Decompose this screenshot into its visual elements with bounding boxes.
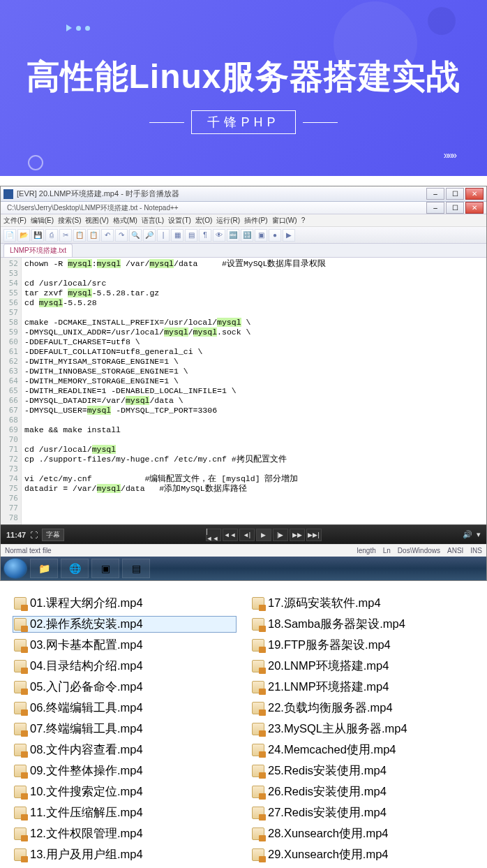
inner-close-button[interactable]: ✕ — [465, 202, 484, 214]
fullscreen-icon[interactable]: ⛶ — [30, 531, 38, 539]
menu-item[interactable]: 插件(P) — [244, 216, 267, 226]
decor-dots — [66, 24, 90, 31]
inner-minimize-button[interactable]: – — [426, 202, 444, 214]
volume-icon[interactable]: 🔊 — [463, 530, 472, 539]
task-browser-icon[interactable]: 🌐 — [61, 559, 89, 578]
forward-button[interactable]: ▶▶ — [290, 529, 305, 541]
course-banner: 高性能Linux服务器搭建实战 千锋PHP »»» — [0, 0, 487, 176]
maximize-button[interactable]: ☐ — [446, 188, 464, 200]
play-button[interactable]: ▶ — [256, 529, 271, 541]
next-track-button[interactable]: ▶▶| — [306, 529, 322, 541]
toolbar-button[interactable]: ¶ — [199, 229, 211, 242]
menu-item[interactable]: 文件(F) — [3, 216, 27, 226]
file-item[interactable]: 17.源码安装软件.mp4 — [250, 595, 474, 612]
toolbar-button[interactable]: ▶ — [283, 229, 295, 242]
toolbar-button[interactable]: 👁 — [213, 229, 225, 242]
menu-item[interactable]: 搜索(S) — [58, 216, 81, 226]
file-item[interactable]: 07.终端编辑工具.mp4 — [13, 721, 237, 737]
task-app2-icon[interactable]: ▤ — [122, 559, 150, 578]
inner-window-title: C:\Users\Jerry\Desktop\LNMP环境搭建.txt - No… — [7, 203, 423, 213]
file-item[interactable]: 06.终端编辑工具.mp4 — [13, 700, 237, 716]
menu-item[interactable]: 窗口(W) — [272, 216, 297, 226]
file-item[interactable]: 05.入门必备命令.mp4 — [13, 679, 237, 696]
file-label: 13.用户及用户组.mp4 — [30, 847, 143, 862]
file-item[interactable]: 09.文件整体操作.mp4 — [13, 763, 237, 779]
menu-item[interactable]: 设置(T) — [168, 216, 191, 226]
video-file-icon — [14, 827, 27, 840]
toolbar-button[interactable]: 🔡 — [241, 229, 253, 242]
app-icon — [3, 189, 13, 199]
file-item[interactable]: 11.文件压缩解压.mp4 — [13, 804, 237, 821]
menu-item[interactable]: 宏(O) — [195, 216, 212, 226]
file-item[interactable]: 22.负载均衡服务器.mp4 — [250, 700, 474, 716]
step-fwd-button[interactable]: |▶ — [273, 529, 288, 541]
file-item[interactable]: 04.目录结构介绍.mp4 — [13, 658, 237, 675]
prev-track-button[interactable]: |◄◄ — [206, 529, 221, 541]
toolbar-button[interactable]: ↷ — [115, 229, 128, 242]
inner-titlebar[interactable]: C:\Users\Jerry\Desktop\LNMP环境搭建.txt - No… — [1, 202, 486, 214]
file-item[interactable]: 24.Memcached使用.mp4 — [250, 742, 474, 758]
video-file-icon — [14, 807, 27, 819]
file-item[interactable]: 27.Redis安装使用.mp4 — [250, 804, 474, 821]
toolbar-button[interactable]: 📋 — [87, 229, 100, 242]
toolbar-button[interactable]: ▤ — [185, 229, 197, 242]
outer-window-title: [EVR] 20.LNMP环境搭建.mp4 - 时手影音播放器 — [17, 189, 423, 199]
inner-maximize-button[interactable]: ☐ — [446, 202, 464, 214]
toolbar-button[interactable]: ✂ — [59, 229, 72, 242]
file-item[interactable]: 12.文件权限管理.mp4 — [13, 825, 237, 842]
file-item[interactable]: 02.操作系统安装.mp4 — [13, 616, 237, 633]
code-editor[interactable]: 52 53 54 55 56 57 58 59 60 61 62 63 64 6… — [1, 258, 486, 524]
close-button[interactable]: ✕ — [465, 188, 484, 200]
file-item[interactable]: 19.FTP服务器架设.mp4 — [250, 637, 474, 654]
file-item[interactable]: 08.文件内容查看.mp4 — [13, 742, 237, 758]
toolbar-button[interactable]: 💾 — [31, 229, 44, 242]
file-item[interactable]: 18.Samba服务器架设.mp4 — [250, 616, 474, 633]
file-item[interactable]: 10.文件搜索定位.mp4 — [13, 784, 237, 800]
menu-item[interactable]: ? — [301, 216, 306, 224]
video-file-icon — [252, 639, 264, 652]
toolbar-button[interactable]: 🔎 — [143, 229, 156, 242]
document-tab[interactable]: LNMP环境搭建.txt — [3, 244, 73, 257]
file-label: 28.Xunsearch使用.mp4 — [268, 826, 389, 841]
video-menu-icon[interactable]: ▾ — [477, 530, 481, 539]
minimize-button[interactable]: – — [426, 188, 444, 200]
menu-item[interactable]: 视图(V) — [85, 216, 108, 226]
toolbar-button[interactable]: ▦ — [171, 229, 183, 242]
subtitle-button[interactable]: 字幕 — [42, 529, 64, 541]
file-item[interactable]: 23.MySQL主从服务器.mp4 — [250, 721, 474, 737]
file-item[interactable]: 20.LNMP环境搭建.mp4 — [250, 658, 474, 675]
menu-item[interactable]: 语言(L) — [142, 216, 164, 226]
menu-item[interactable]: 编辑(E) — [31, 216, 54, 226]
video-file-icon — [14, 681, 27, 693]
file-item[interactable]: 01.课程大纲介绍.mp4 — [13, 595, 237, 612]
file-label: 10.文件搜索定位.mp4 — [30, 784, 143, 800]
file-item[interactable]: 26.Redis安装使用.mp4 — [250, 784, 474, 800]
toolbar-button[interactable]: 🔍 — [129, 229, 142, 242]
file-item[interactable]: 13.用户及用户组.mp4 — [13, 846, 237, 863]
outer-titlebar[interactable]: [EVR] 20.LNMP环境搭建.mp4 - 时手影音播放器 – ☐ ✕ — [1, 186, 486, 202]
task-explorer-icon[interactable]: 📁 — [30, 559, 58, 578]
video-file-icon — [14, 848, 27, 861]
step-back-button[interactable]: ◄| — [239, 529, 255, 541]
toolbar-button[interactable]: 📂 — [17, 229, 30, 242]
file-item[interactable]: 25.Redis安装使用.mp4 — [250, 763, 474, 779]
menu-item[interactable]: 运行(R) — [216, 216, 240, 226]
toolbar-button[interactable]: | — [157, 229, 170, 242]
task-app-icon[interactable]: ▣ — [91, 559, 119, 578]
toolbar-button[interactable]: 🔤 — [227, 229, 239, 242]
file-item[interactable]: 03.网卡基本配置.mp4 — [13, 637, 237, 654]
rewind-button[interactable]: ◄◄ — [223, 529, 238, 541]
toolbar-button[interactable]: 📄 — [3, 229, 16, 242]
menu-item[interactable]: 格式(M) — [113, 216, 137, 226]
file-item[interactable]: 29.Xunsearch使用.mp4 — [250, 846, 474, 863]
video-file-icon — [252, 723, 264, 735]
start-button[interactable] — [3, 558, 27, 579]
file-item[interactable]: 28.Xunsearch使用.mp4 — [250, 825, 474, 842]
toolbar-button[interactable]: 📋 — [73, 229, 86, 242]
toolbar-button[interactable]: ↶ — [101, 229, 114, 242]
toolbar-button[interactable]: ⎙ — [45, 229, 58, 242]
file-label: 26.Redis安装使用.mp4 — [268, 784, 387, 800]
file-item[interactable]: 21.LNMP环境搭建.mp4 — [250, 679, 474, 696]
toolbar-button[interactable]: ▣ — [255, 229, 267, 242]
toolbar-button[interactable]: ● — [269, 229, 281, 242]
